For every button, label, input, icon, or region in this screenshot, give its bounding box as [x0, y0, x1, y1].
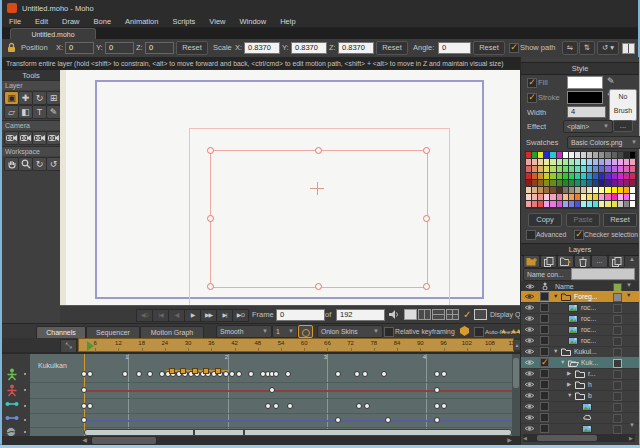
- width-field[interactable]: 4: [567, 106, 606, 118]
- fill-eyedropper-icon[interactable]: ✎: [607, 76, 615, 86]
- layer-visibility-icon[interactable]: [524, 370, 535, 377]
- new-layer-button[interactable]: [523, 255, 540, 268]
- reset-swatch-button[interactable]: Reset: [603, 213, 637, 227]
- layer-color-swatch[interactable]: [613, 359, 622, 368]
- keyframe-dot[interactable]: [273, 371, 279, 377]
- layer-color-swatch[interactable]: [613, 392, 622, 401]
- layer-color-swatch[interactable]: [613, 414, 622, 423]
- end-frame-field[interactable]: 192: [336, 309, 385, 321]
- timeline-hscrollbar[interactable]: ◀ ▶: [2, 436, 520, 445]
- position-y-field[interactable]: 0: [105, 42, 134, 54]
- selection-handle[interactable]: [207, 215, 214, 222]
- menu-window[interactable]: Window: [232, 16, 273, 27]
- menu-scripts[interactable]: Scripts: [165, 16, 202, 27]
- timeline-expand-icon[interactable]: ⤡: [60, 339, 77, 353]
- channel-expand-dot[interactable]: [24, 431, 26, 433]
- step-forward-button[interactable]: ▶▶: [200, 309, 217, 322]
- layers-hscrollbar[interactable]: ◀ ▶: [523, 434, 635, 442]
- shear-layer-tool[interactable]: ▱: [4, 105, 19, 119]
- view-split-vertical-icon[interactable]: [418, 309, 431, 320]
- swatch-cell[interactable]: [630, 180, 636, 187]
- layer-visibility-icon[interactable]: [524, 392, 535, 399]
- stroke-color-swatch[interactable]: [567, 91, 603, 104]
- channel-expand-dot[interactable]: [24, 405, 26, 407]
- playhead-icon[interactable]: [87, 341, 94, 351]
- loop-start-button[interactable]: ◀⊙: [136, 309, 153, 322]
- track-camera-tool[interactable]: [4, 131, 19, 145]
- swatch-cell[interactable]: [630, 194, 636, 201]
- hscroll-thumb[interactable]: [92, 437, 156, 444]
- layer-visibility-icon[interactable]: [524, 381, 535, 388]
- keyframe-dot[interactable]: [434, 371, 440, 377]
- layer-color-swatch[interactable]: [613, 381, 622, 390]
- onion-skins-dropdown[interactable]: Onion Skins▼: [317, 325, 383, 338]
- interpolation-dropdown[interactable]: Smooth▼: [216, 325, 272, 338]
- frame-ruler[interactable]: 6121824303642485460667278849096102108114: [78, 338, 514, 352]
- keyframe-dot[interactable]: [335, 417, 341, 423]
- menu-view[interactable]: View: [202, 16, 232, 27]
- selection-handle[interactable]: [423, 283, 430, 290]
- flip-horizontal-button[interactable]: ⇋: [562, 41, 578, 55]
- scale-x-field[interactable]: 0.8370: [244, 42, 280, 54]
- scale-y-field[interactable]: 0.8370: [291, 42, 327, 54]
- view-quad-icon[interactable]: [446, 309, 459, 320]
- layer-expand-caret[interactable]: ▼: [553, 293, 558, 299]
- no-brush-button[interactable]: No Brush: [609, 89, 637, 121]
- keyframe-dot[interactable]: [269, 387, 275, 393]
- menu-bone[interactable]: Bone: [87, 16, 119, 27]
- layer-expand-caret[interactable]: ▶: [567, 370, 571, 376]
- keyframe-dot[interactable]: [285, 371, 291, 377]
- orbit-workspace-tool[interactable]: ↺: [46, 157, 61, 171]
- swatch-cell[interactable]: [630, 159, 636, 166]
- skeleton-green-icon[interactable]: [5, 368, 19, 381]
- frame-field[interactable]: 0: [276, 309, 325, 321]
- keyframe-dot[interactable]: [81, 387, 87, 393]
- menu-edit[interactable]: Edit: [28, 16, 55, 27]
- reset-all-transforms-button[interactable]: ↺ ▾: [597, 41, 619, 55]
- swatch-cell[interactable]: [630, 152, 636, 159]
- text-tool[interactable]: T: [32, 105, 47, 119]
- keyframe-dot[interactable]: [147, 371, 153, 377]
- transform-layer-tool[interactable]: ▣: [4, 91, 19, 105]
- speaker-icon[interactable]: [388, 309, 400, 320]
- keyframe-dot[interactable]: [265, 403, 271, 409]
- effect-dropdown[interactable]: <plain>▼: [563, 120, 613, 133]
- keyframe-dot[interactable]: [434, 417, 440, 423]
- position-z-field[interactable]: 0: [145, 42, 174, 54]
- view-split-horizontal-icon[interactable]: [432, 309, 445, 320]
- step-back-button[interactable]: ◀|: [168, 309, 185, 322]
- layer-color-swatch[interactable]: [613, 337, 622, 346]
- rotate-workspace-tool[interactable]: ↻: [32, 157, 47, 171]
- keyframe-orange[interactable]: [192, 368, 198, 374]
- paste-swatch-button[interactable]: Paste: [566, 213, 600, 227]
- keyframe-dot[interactable]: [81, 417, 87, 423]
- effect-more-button[interactable]: ...: [613, 120, 633, 132]
- layer-expand-caret[interactable]: ▼: [560, 359, 565, 365]
- layer-filter-dropdown[interactable]: Name con...▼: [523, 268, 573, 281]
- layer-color-swatch[interactable]: [613, 403, 622, 412]
- interp-step-dropdown[interactable]: 1▼: [272, 325, 298, 338]
- swatch-cell[interactable]: [630, 173, 636, 180]
- layers-hscroll-right-icon[interactable]: ▶: [629, 434, 633, 442]
- menu-file[interactable]: File: [2, 16, 28, 27]
- reference-layer-button[interactable]: [557, 255, 574, 268]
- layer-bone-checkbox[interactable]: [540, 325, 549, 334]
- pan-workspace-tool[interactable]: [4, 157, 19, 171]
- menu-help[interactable]: Help: [273, 16, 302, 27]
- pen-tool[interactable]: ✎: [46, 105, 61, 119]
- scale-z-field[interactable]: 0.8370: [338, 42, 374, 54]
- layer-visibility-icon[interactable]: [524, 337, 535, 344]
- keyframe-dot[interactable]: [159, 371, 165, 377]
- selection-handle[interactable]: [423, 147, 430, 154]
- layer-visibility-icon[interactable]: [524, 425, 535, 432]
- keyframe-dot[interactable]: [356, 403, 362, 409]
- layer-visibility-icon[interactable]: [524, 348, 535, 355]
- keyframe-dot[interactable]: [248, 371, 254, 377]
- layer-bone-checkbox[interactable]: [540, 336, 549, 345]
- swatch-cell[interactable]: [630, 187, 636, 194]
- keyframe-dot[interactable]: [87, 371, 93, 377]
- bone-blue-icon[interactable]: [5, 414, 19, 422]
- layer-visibility-icon[interactable]: [524, 359, 535, 366]
- layers-hscroll-left-icon[interactable]: ◀: [523, 434, 527, 442]
- keyframe-dot[interactable]: [287, 403, 293, 409]
